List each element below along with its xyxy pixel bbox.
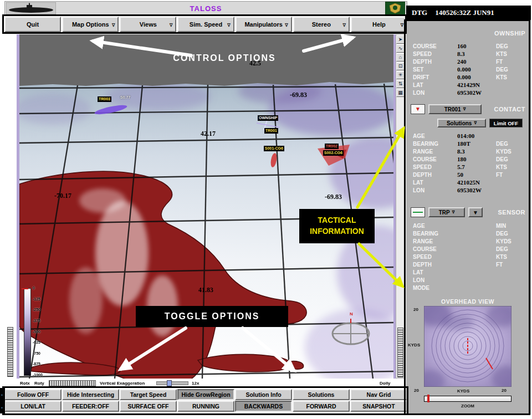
zoom-slider[interactable] [424, 396, 511, 402]
lat-label: 42.5 [249, 59, 261, 68]
toggle-button[interactable]: SURFACE OFF [120, 401, 177, 412]
toggle-button[interactable]: Target Speed [120, 389, 177, 400]
perspective-view-icon[interactable]: ▦ [396, 89, 405, 97]
depth-tick-label: -1000 [33, 373, 43, 377]
sensor-data-row: DEPTHFT [406, 260, 531, 268]
roty-label: Roty [34, 381, 44, 386]
contact-label-s001[interactable]: S001-CG6 [264, 146, 284, 151]
dropdown-triangle-icon: ▼ [473, 209, 478, 216]
contact-label-tr002[interactable]: TR002 [325, 144, 339, 149]
menu-button[interactable]: Help ∇ [351, 17, 407, 32]
menu-button[interactable]: Quit [4, 17, 61, 32]
toggle-button[interactable]: BACKWARDS [235, 401, 292, 412]
contact-label-ownship[interactable]: OWNSHIP [258, 115, 278, 121]
contact-data-row: LAT421025N [406, 178, 531, 186]
crest-logo-icon [385, 2, 405, 15]
toggle-bar: Follow OFFHide IntersectingTarget SpeedH… [4, 389, 407, 412]
depth-tick-label: -375 [33, 319, 43, 323]
toggle-button[interactable]: Nav Grid [350, 389, 407, 400]
menu-bar: Quit Map Options ∇ Views ∇ Sim. Speed ∇ … [4, 17, 407, 32]
dtg-bar: DTG 140526:32Z JUN91 [406, 6, 531, 20]
contact-speed-label: S0.77 [120, 95, 130, 99]
rot-thumbwheel[interactable] [49, 380, 96, 386]
contact-label-tr003[interactable]: TR003 [98, 96, 111, 102]
overhead-axis-label: 20 [502, 388, 507, 393]
spring-tool-icon[interactable]: ∿ [396, 44, 405, 53]
reset-view-icon[interactable]: ✳ [396, 71, 405, 79]
dropdown-arrow-icon: ∇ [227, 23, 230, 28]
title-bar: TALOSS [4, 1, 407, 16]
home-view-icon[interactable]: ⌂ [396, 53, 405, 62]
overhead-axis-label: 20 [414, 388, 419, 393]
corner-arrow-icon: ▸ [2, 393, 3, 396]
overhead-axis-label: KYDS [408, 343, 420, 348]
sensor-data-row: AGEMIN [406, 222, 531, 229]
view-toolbar: ➤∿⌂⊡✳⇅▦ [396, 34, 405, 379]
toggle-button[interactable]: LON/LAT [4, 401, 62, 412]
slider-thumb[interactable] [167, 380, 172, 386]
sensor-data-row: SPEEDKTS [406, 253, 531, 260]
contact-data-row: RANGE8.3KYDS [406, 147, 531, 155]
menu-button[interactable]: Sim. Speed ∇ [177, 17, 234, 32]
contact-symbol-icon: ▼ [415, 106, 421, 112]
tactical-panel: OWNSHIP COURSE160DEG SPEED8.3KTS DEPTH24… [406, 20, 531, 415]
toggle-button[interactable]: Follow OFF [4, 389, 62, 400]
sensor-dropdown-button[interactable]: ▼ [468, 207, 483, 217]
zoom-slider-thumb[interactable] [427, 395, 429, 402]
toggle-button[interactable]: Solution Info [235, 389, 292, 400]
toggle-button[interactable]: RUNNING [177, 401, 234, 412]
contact-data-row: AGE014:00 [406, 132, 531, 140]
menu-button[interactable]: Manipulators ∇ [236, 17, 292, 32]
roty-thumbwheel[interactable] [7, 327, 13, 377]
dolly-label: Dolly [380, 381, 391, 386]
depth-tick-label: -625 [33, 340, 43, 344]
sensor-symbol-icon [413, 212, 423, 213]
view-controls-bar: Rotx Roty Vertical Exaggeration 12x Doll… [17, 379, 405, 387]
toggle-button[interactable]: SNAPSHOT [350, 401, 407, 412]
vertical-exaggeration-value: 12x [192, 381, 199, 386]
contact-label-s002[interactable]: S002-CG6 [323, 150, 344, 156]
overhead-view[interactable] [424, 306, 511, 387]
sensor-selector-button[interactable]: TRP∇ [428, 207, 465, 217]
contact-selector-button[interactable]: TR001∇ [428, 104, 482, 114]
limit-button[interactable]: Limit OFF [489, 119, 523, 127]
seek-tool-icon[interactable]: ⇅ [396, 80, 405, 88]
toggle-button[interactable]: FORWARD [293, 401, 350, 412]
ownship-data-row: DRIFT0.000KTS [406, 73, 531, 81]
dolly-thumbwheel[interactable] [397, 328, 403, 377]
depth-tick-label: -500 [33, 330, 43, 334]
toggle-button[interactable]: Hide Intersecting [62, 389, 119, 400]
vertical-exaggeration-slider[interactable] [156, 381, 188, 385]
window-corner-widget[interactable]: ▸ ▸ [0, 388, 5, 413]
depth-tick-label: -750 [33, 351, 43, 355]
sensor-data-row: RANGEKYDS [406, 237, 531, 245]
dropdown-arrow-icon: ∇ [452, 210, 455, 214]
contact-label-tr001[interactable]: TR001 [264, 128, 278, 134]
menu-button[interactable]: Map Options ∇ [62, 17, 119, 32]
ownship-data-row: SPEED8.3KTS [406, 50, 531, 58]
toggle-button[interactable]: Solutions [293, 389, 350, 400]
menu-button[interactable]: Views ∇ [120, 17, 176, 32]
corner-arrow-icon: ▸ [2, 406, 3, 409]
contact-data-row: SPEED5.7KTS [406, 163, 531, 171]
contact-data-row: COURSE180DEG [406, 155, 531, 163]
dropdown-arrow-icon: ∇ [474, 121, 477, 125]
toggle-button[interactable]: Hide GrowRegion [177, 389, 234, 400]
zoom-label: ZOOM [424, 403, 511, 408]
lon-label: -70.17 [54, 192, 71, 200]
compass-north-label: N [350, 311, 353, 316]
map-3d-view[interactable]: 42.5 -69.83 42.17 -70.17 -69.83 41.83 N … [17, 34, 396, 379]
sensor-data-row: LAT [406, 268, 531, 276]
contact-section-header: CONTACT [494, 106, 525, 113]
solutions-button[interactable]: Solutions∇ [437, 119, 486, 127]
ownship-data-row: LON695302W [406, 89, 531, 96]
depth-tick-label: 0 [33, 286, 43, 290]
menu-button[interactable]: Stereo ∇ [293, 17, 350, 32]
toggle-button[interactable]: FEEDER:OFF [62, 401, 119, 412]
sensor-data-row: MODE [406, 284, 531, 292]
depth-tick-label: -875 [33, 362, 43, 366]
pointer-tool-icon[interactable]: ➤ [396, 35, 405, 44]
set-home-view-icon[interactable]: ⊡ [396, 62, 405, 70]
lon-label: -69.83 [325, 193, 342, 201]
dtg-label: DTG [412, 8, 427, 17]
